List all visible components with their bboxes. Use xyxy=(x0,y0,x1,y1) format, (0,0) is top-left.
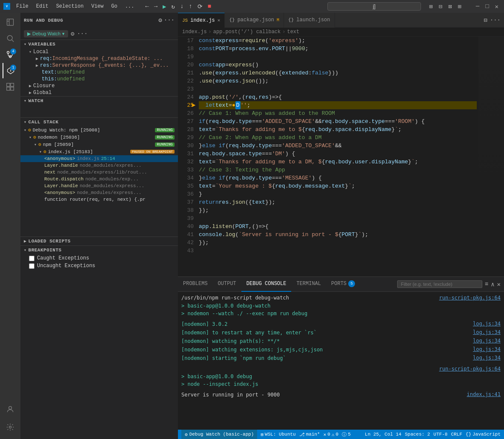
variables-section-header[interactable]: ▾ VARIABLES xyxy=(20,40,178,48)
more-options-icon[interactable]: ··· xyxy=(77,30,88,37)
var-text[interactable]: text: undefined xyxy=(20,69,178,76)
debug-icon[interactable]: 1 xyxy=(3,63,18,78)
process-indexjs[interactable]: ▾ ⚙ index.js [25183] PAUSED ON BREAKPOIN… xyxy=(20,148,178,155)
layout2-icon[interactable]: ⊠ xyxy=(446,2,454,11)
tab-output[interactable]: OUTPUT xyxy=(213,277,241,292)
close-icon[interactable]: ✕ xyxy=(493,2,501,11)
var-res[interactable]: ▶ res: ServerResponse {_events: {...}, _… xyxy=(20,62,178,69)
caught-exceptions-checkbox[interactable] xyxy=(29,256,34,261)
step-over-icon[interactable]: ↻ xyxy=(170,2,177,11)
layout-icon[interactable]: ⊞ xyxy=(427,2,435,11)
breakpoints-section: ▾ BREAKPOINTS Caught Exceptions Uncaught… xyxy=(20,245,178,270)
debug-run-button[interactable]: ▶ Debug Watch ▾ xyxy=(24,30,68,37)
link-log3[interactable]: log.js:34 xyxy=(473,337,501,345)
callstack-section-header[interactable]: ▾ CALL STACK xyxy=(20,118,178,126)
menu-more[interactable]: ... xyxy=(122,3,138,10)
menu-view[interactable]: View xyxy=(88,3,107,10)
tab-ports[interactable]: PORTS 5 xyxy=(326,277,360,292)
maximize-icon[interactable]: □ xyxy=(483,2,491,11)
watch-section-header[interactable]: ▾ WATCH xyxy=(20,97,178,105)
link-run-script[interactable]: run-script-pkg.js:64 xyxy=(439,294,501,302)
menu-file[interactable]: File xyxy=(13,3,32,10)
encoding-indicator[interactable]: UTF-8 xyxy=(433,432,447,437)
wsl-indicator[interactable]: ⊞ WSL: Ubuntu xyxy=(261,432,295,437)
account-icon[interactable] xyxy=(3,402,18,417)
line-endings-indicator[interactable]: CRLF xyxy=(451,432,462,437)
step-out-icon[interactable]: ↑ xyxy=(187,2,194,11)
uncaught-exceptions-checkbox[interactable] xyxy=(29,263,34,269)
process-npm[interactable]: ▾ ⚙ npm [25059] RUNNING xyxy=(20,141,178,148)
settings-icon[interactable] xyxy=(3,419,18,435)
frame-layer-handle[interactable]: Layer.handle node_modules/expres... xyxy=(20,162,178,169)
tab-indexjs[interactable]: JS index.js ✕ xyxy=(178,13,225,28)
language-indicator[interactable]: {} JavaScript xyxy=(466,432,501,437)
tab-terminal[interactable]: TERMINAL xyxy=(291,277,326,292)
settings-icon[interactable]: ⚙ xyxy=(158,17,162,24)
menu-edit[interactable]: Edit xyxy=(33,3,52,10)
frame-route-dispatch[interactable]: Route.dispatch node_modules/exp... xyxy=(20,176,178,182)
menu-selection[interactable]: Selection xyxy=(53,3,87,10)
tab-launchjson[interactable]: {} launch.json xyxy=(284,13,335,28)
panel-close-icon[interactable]: ✕ xyxy=(497,281,501,288)
frame-layer-handle2[interactable]: Layer.handle node_modules/express... xyxy=(20,182,178,189)
closure-group[interactable]: ▶ Closure xyxy=(20,83,178,89)
split-icon[interactable]: ⊟ xyxy=(436,2,444,11)
more-editor-icon[interactable]: ··· xyxy=(490,17,501,23)
split-editor-icon[interactable]: ⊟ xyxy=(484,17,487,24)
var-this[interactable]: this: undefined xyxy=(20,76,178,83)
breakpoint-caught[interactable]: Caught Exceptions xyxy=(20,254,178,262)
breadcrumb-func[interactable]: app.post('/') callback xyxy=(213,29,281,35)
errors-indicator[interactable]: ✕ 0 ⚠ 0 xyxy=(324,432,338,437)
more-icon[interactable]: ··· xyxy=(164,17,175,24)
link-run-script2[interactable]: run-script-pkg.js:64 xyxy=(439,365,501,373)
tab-problems[interactable]: PROBLEMS xyxy=(178,277,213,292)
breadcrumb-file[interactable]: index.js xyxy=(182,29,207,35)
extensions-icon[interactable] xyxy=(3,79,18,94)
link-log5[interactable]: log.js:34 xyxy=(473,354,501,362)
link-indexjs[interactable]: index.js:41 xyxy=(467,391,501,399)
debug-status[interactable]: ⚙ Debug Watch (basic-app) xyxy=(181,430,257,439)
link-log2[interactable]: log.js:34 xyxy=(473,328,501,337)
frame-router[interactable]: function router(req, res, next) {.pr xyxy=(20,196,178,203)
gear-icon[interactable]: ⚙ xyxy=(71,30,74,37)
search-icon[interactable] xyxy=(3,31,18,46)
filter-input[interactable] xyxy=(397,280,482,288)
list-icon[interactable]: ≡ xyxy=(485,281,488,288)
restart-icon[interactable]: ⟳ xyxy=(196,2,204,11)
position-indicator[interactable]: Ln 25, Col 14 xyxy=(365,432,401,437)
breakpoint-uncaught[interactable]: Uncaught Exceptions xyxy=(20,262,178,270)
process-debug-watch[interactable]: ▾ ⚙ Debug Watch: npm [25008] RUNNING xyxy=(20,126,178,134)
continue-icon[interactable]: ▶ xyxy=(161,2,168,11)
breakpoints-header[interactable]: ▾ BREAKPOINTS xyxy=(20,246,178,254)
minimize-icon[interactable]: ─ xyxy=(474,2,481,11)
tab-close-icon[interactable]: ✕ xyxy=(218,17,220,23)
svg-rect-12 xyxy=(7,87,10,91)
code-line-33: // Case 3: Texting the App xyxy=(199,166,477,174)
frame-anonymous[interactable]: <anonymous> index.js 25:14 xyxy=(20,155,178,162)
tab-packagejson[interactable]: {} package.json M xyxy=(225,13,284,28)
grid-icon[interactable]: ⊞ xyxy=(455,2,463,11)
tab-debug-console[interactable]: DEBUG CONSOLE xyxy=(241,277,292,292)
step-into-icon[interactable]: ↓ xyxy=(178,2,185,11)
explorer-icon[interactable] xyxy=(3,14,18,30)
menu-go[interactable]: Go xyxy=(108,3,120,10)
loaded-scripts-header[interactable]: ▶ LOADED SCRIPTS xyxy=(20,237,178,245)
breadcrumb-var[interactable]: text xyxy=(287,29,299,35)
search-bar[interactable] xyxy=(327,2,421,11)
spaces-indicator[interactable]: Spaces: 2 xyxy=(405,432,430,437)
source-control-icon[interactable]: 4 xyxy=(3,47,18,62)
nav-forward-icon[interactable]: → xyxy=(152,2,159,11)
frame-anonymous2[interactable]: <anonymous> node_modules/express... xyxy=(20,189,178,196)
link-log1[interactable]: log.js:34 xyxy=(473,320,501,328)
global-group[interactable]: ▶ Global xyxy=(20,89,178,96)
link-log4[interactable]: log.js:34 xyxy=(473,345,501,354)
info-indicator[interactable]: ⓘ 5 xyxy=(342,431,351,438)
branch-indicator[interactable]: ⎇ main* xyxy=(299,432,320,437)
frame-next[interactable]: next node_modules/express/lib/rout... xyxy=(20,169,178,176)
nav-back-icon[interactable]: ← xyxy=(143,2,150,11)
var-req[interactable]: ▶ req: IncomingMessage {_readableState: … xyxy=(20,55,178,62)
local-group[interactable]: ▾ Local xyxy=(20,48,178,55)
chevron-up-icon[interactable]: ∧ xyxy=(491,281,494,288)
stop-icon[interactable]: ■ xyxy=(206,2,213,11)
process-nodemon[interactable]: ▾ ⚙ nodemon [25036] RUNNING xyxy=(20,134,178,141)
